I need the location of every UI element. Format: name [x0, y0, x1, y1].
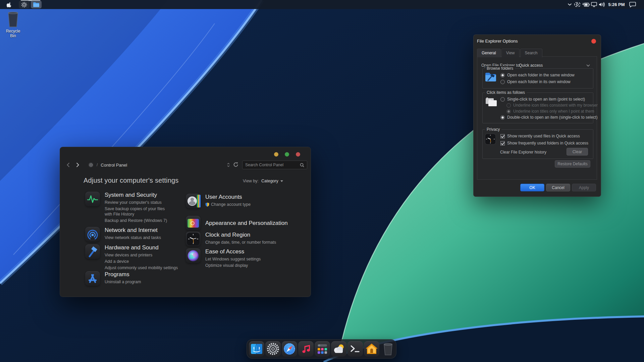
trash-icon[interactable] [380, 341, 396, 357]
checkbox-recent-files-label[interactable]: Show recently used files in Quick access [507, 134, 580, 138]
apply-button[interactable]: Apply [572, 184, 596, 191]
zoom-button[interactable] [285, 152, 289, 157]
search-box[interactable]: Search Control Panel [242, 161, 307, 169]
screen-record-icon [574, 2, 580, 7]
hammer-icon[interactable] [85, 244, 100, 259]
siri-icon[interactable] [186, 248, 201, 263]
address-dropdown[interactable] [227, 163, 230, 167]
chevron-down-icon [568, 3, 572, 6]
checkbox-frequent-folders[interactable] [500, 141, 505, 145]
checkbox-frequent-folders-label[interactable]: Show frequently used folders in Quick ac… [507, 141, 588, 145]
radio-underline-browser[interactable] [506, 103, 511, 108]
radio-same-window[interactable] [500, 73, 505, 77]
radio-underline-browser-label[interactable]: Underline icon titles consistent with my… [513, 103, 598, 108]
category-link[interactable]: Change date, time, or number formats [205, 240, 293, 245]
history-clock-icon [485, 133, 496, 145]
windows-stack-icon [485, 97, 497, 108]
radio-underline-point[interactable] [506, 109, 511, 114]
view-by-dropdown[interactable]: Category [261, 179, 283, 183]
apple-menu[interactable] [5, 0, 13, 9]
menubar-display[interactable] [590, 0, 598, 9]
launchpad-icon[interactable] [315, 341, 330, 357]
activity-monitor-icon[interactable] [85, 192, 100, 206]
menubar-volume[interactable] [598, 0, 606, 9]
category-link[interactable]: View network status and tasks [105, 235, 182, 240]
menubar-chevron[interactable] [567, 0, 572, 9]
category-user-accounts: User Accounts Change account type [186, 194, 293, 208]
tab-view[interactable]: View [501, 49, 520, 57]
category-title[interactable]: Ease of Access [205, 248, 293, 255]
category-link[interactable]: Add a device [105, 259, 182, 264]
recycle-bin-desktop-icon[interactable]: Recycle Bin [3, 11, 23, 38]
restore-defaults-button[interactable]: Restore Defaults [555, 160, 590, 168]
uac-shield-icon [205, 202, 209, 207]
refresh-button[interactable] [233, 162, 238, 167]
chevron-right-icon [76, 163, 79, 167]
category-title[interactable]: System and Security [105, 192, 182, 198]
home-app-icon[interactable] [364, 341, 379, 357]
radio-own-window-label[interactable]: Open each folder in its own window [507, 79, 571, 84]
menubar-screen-record[interactable] [574, 0, 581, 9]
category-title[interactable]: Clock and Region [205, 232, 293, 238]
minimize-button[interactable] [274, 152, 278, 157]
checkbox-recent-files[interactable] [500, 134, 505, 138]
tab-search[interactable]: Search [520, 49, 542, 57]
category-title[interactable]: Hardware and Sound [105, 244, 182, 251]
control-panel-gear-icon[interactable] [88, 162, 94, 168]
radio-double-click-label[interactable]: Double-click to open an item (single-cli… [507, 115, 597, 120]
notification-bubble-icon [629, 2, 636, 7]
breadcrumb-location[interactable]: Control Panel [101, 163, 127, 168]
clock-icon[interactable] [186, 232, 201, 246]
category-link[interactable]: Backup and Restore (Windows 7) [105, 218, 182, 223]
radio-same-window-label[interactable]: Open each folder in the same window [507, 73, 575, 77]
forward-button[interactable] [73, 161, 82, 169]
category-link[interactable]: Save backup copies of your files with Fi… [105, 206, 170, 217]
open-to-dropdown[interactable]: Quick access [519, 63, 543, 68]
clear-button[interactable]: Clear [567, 148, 588, 156]
safari-icon[interactable] [282, 341, 297, 357]
category-link[interactable]: Optimize visual display [205, 263, 293, 268]
close-button[interactable] [591, 39, 596, 44]
category-title[interactable]: Network and Internet [105, 227, 182, 234]
category-link[interactable]: Change account type [205, 202, 293, 207]
category-title[interactable]: User Accounts [205, 194, 293, 200]
close-button[interactable] [296, 152, 300, 157]
category-programs: Programs Uninstall a program [85, 271, 182, 286]
page-title: Adjust your computer's settings [84, 177, 178, 184]
app-store-icon[interactable] [85, 271, 100, 286]
tab-general[interactable]: General [477, 49, 501, 57]
menubar-battery[interactable] [582, 0, 590, 9]
category-link[interactable]: Let Windows suggest settings [205, 256, 293, 262]
menubar-clock[interactable]: 5:26 PM [607, 0, 626, 9]
back-button[interactable] [64, 161, 72, 169]
category-link[interactable]: Adjust commonly used mobility settings [105, 265, 182, 270]
system-preferences-icon[interactable] [265, 341, 281, 357]
appearance-icon[interactable] [186, 216, 201, 231]
category-title[interactable]: Programs [105, 271, 182, 278]
battery-icon [582, 3, 590, 7]
category-hardware-sound: Hardware and Sound View devices and prin… [85, 244, 182, 270]
radio-single-click[interactable] [500, 97, 505, 102]
terminal-icon[interactable] [347, 341, 363, 357]
view-by-label: View by: [243, 179, 259, 183]
weather-icon[interactable] [331, 341, 346, 357]
dropdown-chevron-icon[interactable] [586, 64, 590, 67]
network-icon[interactable] [85, 227, 100, 242]
apple-icon [7, 2, 12, 7]
category-link[interactable]: View devices and printers [105, 252, 182, 258]
category-link[interactable]: Uninstall a program [105, 279, 182, 285]
radio-own-window[interactable] [500, 80, 505, 84]
cancel-button[interactable]: Cancel [546, 184, 570, 191]
menubar-settings-app[interactable] [19, 1, 30, 8]
finder-icon[interactable] [249, 341, 264, 357]
radio-underline-point-label[interactable]: Underline icon titles only when I point … [513, 109, 594, 114]
menubar-notification-center[interactable] [628, 0, 637, 9]
user-accounts-icon[interactable] [186, 194, 201, 208]
ok-button[interactable]: OK [520, 184, 544, 191]
radio-double-click[interactable] [500, 115, 505, 120]
category-title[interactable]: Appearance and Personalization [205, 220, 293, 227]
menubar-files-app[interactable] [31, 1, 42, 8]
category-link[interactable]: Review your computer's status [105, 200, 182, 205]
music-icon[interactable] [298, 341, 314, 357]
radio-single-click-label[interactable]: Single-click to open an item (point to s… [507, 97, 585, 102]
